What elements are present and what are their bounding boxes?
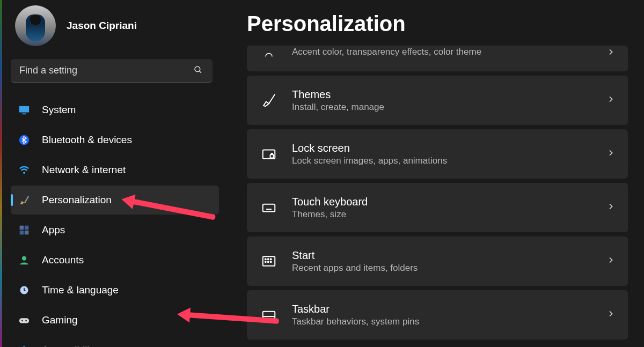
keyboard-icon bbox=[260, 198, 278, 217]
window-color-edge bbox=[0, 0, 2, 347]
profile[interactable]: Jason Cipriani bbox=[11, 5, 219, 46]
svg-line-1 bbox=[200, 71, 201, 73]
card-title: Themes bbox=[292, 88, 592, 101]
card-subtitle: Accent color, transparency effects, colo… bbox=[292, 47, 592, 57]
sidebar-item-label: Personalization bbox=[42, 194, 112, 206]
start-icon bbox=[260, 252, 278, 270]
svg-point-27 bbox=[268, 259, 269, 260]
chevron-right-icon bbox=[606, 256, 615, 267]
card-text: Taskbar Taskbar behaviors, system pins bbox=[292, 303, 592, 327]
person-icon bbox=[18, 254, 30, 266]
card-touch-keyboard[interactable]: Touch keyboard Themes, size bbox=[247, 183, 628, 232]
sidebar-item-label: Network & internet bbox=[42, 164, 126, 176]
search-icon bbox=[193, 65, 203, 77]
chevron-right-icon bbox=[606, 202, 615, 213]
card-title: Lock screen bbox=[292, 142, 592, 154]
sidebar-item-network[interactable]: Network & internet bbox=[11, 156, 219, 184]
svg-point-13 bbox=[21, 320, 23, 321]
svg-point-10 bbox=[22, 256, 26, 261]
sidebar-item-accessibility[interactable]: Accessibility bbox=[11, 336, 219, 347]
sidebar-item-apps[interactable]: Apps bbox=[11, 216, 219, 245]
chevron-right-icon bbox=[606, 309, 615, 320]
sidebar-item-label: Accessibility bbox=[42, 344, 97, 347]
sidebar-item-label: Time & language bbox=[42, 284, 119, 296]
card-lock-screen[interactable]: Lock screen Lock screen images, apps, an… bbox=[247, 129, 628, 179]
settings-cards: Accent color, transparency effects, colo… bbox=[247, 46, 628, 339]
svg-rect-18 bbox=[263, 204, 275, 212]
wifi-icon bbox=[18, 164, 30, 176]
colors-icon bbox=[260, 47, 278, 65]
search-input[interactable] bbox=[11, 59, 213, 83]
svg-rect-17 bbox=[270, 154, 274, 158]
card-subtitle: Themes, size bbox=[292, 209, 592, 220]
svg-point-31 bbox=[270, 261, 272, 262]
sidebar-item-accounts[interactable]: Accounts bbox=[11, 246, 219, 275]
card-subtitle: Taskbar behaviors, system pins bbox=[292, 316, 592, 327]
svg-point-14 bbox=[25, 320, 27, 321]
card-taskbar[interactable]: Taskbar Taskbar behaviors, system pins bbox=[247, 290, 628, 339]
chevron-right-icon bbox=[606, 95, 615, 106]
svg-rect-12 bbox=[19, 318, 29, 323]
card-text: Lock screen Lock screen images, apps, an… bbox=[292, 142, 592, 166]
sidebar-item-system[interactable]: System bbox=[11, 95, 219, 124]
card-title: Touch keyboard bbox=[292, 196, 592, 208]
monitor-icon bbox=[18, 104, 30, 116]
card-colors[interactable]: Accent color, transparency effects, colo… bbox=[247, 46, 628, 71]
card-title: Taskbar bbox=[292, 303, 592, 315]
card-title: Start bbox=[292, 249, 592, 262]
sidebar-item-bluetooth[interactable]: Bluetooth & devices bbox=[11, 125, 219, 154]
chevron-right-icon bbox=[606, 48, 615, 58]
card-subtitle: Recent apps and items, folders bbox=[292, 263, 592, 274]
username: Jason Cipriani bbox=[67, 20, 137, 32]
sidebar-item-label: System bbox=[42, 104, 76, 116]
clock-icon bbox=[18, 284, 30, 296]
card-subtitle: Lock screen images, apps, animations bbox=[292, 156, 592, 166]
svg-rect-3 bbox=[22, 113, 26, 114]
card-text: Start Recent apps and items, folders bbox=[292, 249, 592, 274]
brush-icon bbox=[18, 194, 30, 206]
sidebar-item-label: Apps bbox=[42, 224, 65, 236]
page-title: Personalization bbox=[247, 12, 628, 36]
svg-rect-6 bbox=[20, 226, 24, 230]
svg-rect-7 bbox=[25, 226, 29, 230]
sidebar-item-label: Accounts bbox=[42, 254, 84, 266]
brush-icon bbox=[260, 91, 278, 109]
svg-point-0 bbox=[195, 67, 200, 72]
search-container bbox=[11, 59, 213, 83]
svg-rect-2 bbox=[19, 106, 29, 113]
card-text: Touch keyboard Themes, size bbox=[292, 196, 592, 220]
card-themes[interactable]: Themes Install, create, manage bbox=[247, 76, 628, 125]
svg-point-29 bbox=[265, 261, 266, 262]
apps-icon bbox=[18, 224, 30, 236]
gamepad-icon bbox=[18, 314, 30, 326]
card-subtitle: Install, create, manage bbox=[292, 102, 592, 113]
accessibility-icon bbox=[18, 344, 30, 347]
svg-rect-8 bbox=[20, 231, 24, 235]
sidebar-item-label: Bluetooth & devices bbox=[42, 134, 132, 146]
card-text: Themes Install, create, manage bbox=[292, 88, 592, 113]
chevron-right-icon bbox=[606, 149, 615, 159]
bluetooth-icon bbox=[18, 134, 30, 146]
svg-point-5 bbox=[23, 172, 25, 174]
svg-point-28 bbox=[270, 259, 272, 260]
card-text: Accent color, transparency effects, colo… bbox=[292, 46, 592, 57]
svg-rect-9 bbox=[25, 231, 29, 235]
svg-point-26 bbox=[265, 259, 266, 260]
avatar[interactable] bbox=[15, 5, 56, 46]
sidebar-item-label: Gaming bbox=[42, 314, 78, 326]
sidebar-item-time-language[interactable]: Time & language bbox=[11, 276, 219, 305]
main-content: Personalization Accent color, transparen… bbox=[225, 0, 644, 347]
sidebar: Jason Cipriani System Bluetooth & device… bbox=[0, 0, 225, 347]
card-start[interactable]: Start Recent apps and items, folders bbox=[247, 237, 628, 286]
svg-point-30 bbox=[268, 261, 269, 262]
lockscreen-icon bbox=[260, 145, 278, 163]
